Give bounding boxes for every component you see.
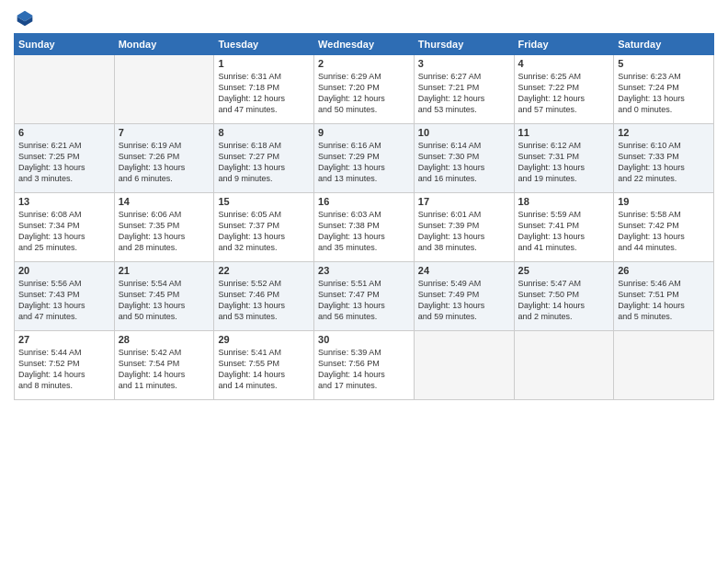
day-info: Sunrise: 5:49 AMSunset: 7:49 PMDaylight:… <box>418 278 510 323</box>
calendar-week-3: 13Sunrise: 6:08 AMSunset: 7:34 PMDayligh… <box>15 193 714 262</box>
day-number: 5 <box>618 58 710 69</box>
day-info: Sunrise: 5:59 AMSunset: 7:41 PMDaylight:… <box>518 209 610 254</box>
day-info: Sunrise: 5:41 AMSunset: 7:55 PMDaylight:… <box>218 347 310 392</box>
day-number: 4 <box>518 58 610 69</box>
calendar-cell: 24Sunrise: 5:49 AMSunset: 7:49 PMDayligh… <box>414 262 514 331</box>
day-info: Sunrise: 5:56 AMSunset: 7:43 PMDaylight:… <box>18 278 110 323</box>
day-number: 10 <box>418 127 510 138</box>
calendar-cell: 23Sunrise: 5:51 AMSunset: 7:47 PMDayligh… <box>314 262 415 331</box>
calendar-cell: 12Sunrise: 6:10 AMSunset: 7:33 PMDayligh… <box>614 124 714 193</box>
weekday-header-thursday: Thursday <box>414 34 514 55</box>
day-number: 20 <box>18 265 110 276</box>
calendar-cell: 5Sunrise: 6:23 AMSunset: 7:24 PMDaylight… <box>614 55 714 124</box>
day-info: Sunrise: 5:47 AMSunset: 7:50 PMDaylight:… <box>518 278 610 323</box>
calendar-week-4: 20Sunrise: 5:56 AMSunset: 7:43 PMDayligh… <box>15 262 714 331</box>
calendar-cell <box>614 331 714 400</box>
calendar-cell: 1Sunrise: 6:31 AMSunset: 7:18 PMDaylight… <box>214 55 314 124</box>
calendar-cell: 17Sunrise: 6:01 AMSunset: 7:39 PMDayligh… <box>414 193 514 262</box>
calendar-cell: 2Sunrise: 6:29 AMSunset: 7:20 PMDaylight… <box>314 55 415 124</box>
day-info: Sunrise: 5:54 AMSunset: 7:45 PMDaylight:… <box>119 278 210 323</box>
day-info: Sunrise: 6:08 AMSunset: 7:34 PMDaylight:… <box>18 209 110 254</box>
calendar-cell: 26Sunrise: 5:46 AMSunset: 7:51 PMDayligh… <box>614 262 714 331</box>
day-number: 19 <box>618 196 710 207</box>
calendar-cell: 10Sunrise: 6:14 AMSunset: 7:30 PMDayligh… <box>414 124 514 193</box>
day-number: 2 <box>318 58 410 69</box>
weekday-header-monday: Monday <box>114 34 214 55</box>
day-number: 18 <box>518 196 610 207</box>
calendar-cell: 11Sunrise: 6:12 AMSunset: 7:31 PMDayligh… <box>514 124 614 193</box>
calendar-cell: 15Sunrise: 6:05 AMSunset: 7:37 PMDayligh… <box>214 193 314 262</box>
day-info: Sunrise: 5:52 AMSunset: 7:46 PMDaylight:… <box>218 278 310 323</box>
day-number: 11 <box>518 127 610 138</box>
day-info: Sunrise: 6:19 AMSunset: 7:26 PMDaylight:… <box>119 140 210 185</box>
day-info: Sunrise: 6:12 AMSunset: 7:31 PMDaylight:… <box>518 140 610 185</box>
calendar-cell <box>114 55 214 124</box>
calendar-week-5: 27Sunrise: 5:44 AMSunset: 7:52 PMDayligh… <box>15 331 714 400</box>
day-number: 17 <box>418 196 510 207</box>
day-info: Sunrise: 5:39 AMSunset: 7:56 PMDaylight:… <box>318 347 410 392</box>
calendar-cell: 16Sunrise: 6:03 AMSunset: 7:38 PMDayligh… <box>314 193 415 262</box>
calendar-cell: 20Sunrise: 5:56 AMSunset: 7:43 PMDayligh… <box>15 262 115 331</box>
day-number: 29 <box>218 334 310 345</box>
day-info: Sunrise: 6:03 AMSunset: 7:38 PMDaylight:… <box>318 209 410 254</box>
day-number: 12 <box>618 127 710 138</box>
day-number: 9 <box>318 127 410 138</box>
day-info: Sunrise: 6:27 AMSunset: 7:21 PMDaylight:… <box>418 71 510 116</box>
day-info: Sunrise: 6:05 AMSunset: 7:37 PMDaylight:… <box>218 209 310 254</box>
calendar-cell: 27Sunrise: 5:44 AMSunset: 7:52 PMDayligh… <box>15 331 115 400</box>
day-info: Sunrise: 5:51 AMSunset: 7:47 PMDaylight:… <box>318 278 410 323</box>
calendar-cell: 30Sunrise: 5:39 AMSunset: 7:56 PMDayligh… <box>314 331 415 400</box>
calendar-cell <box>15 55 115 124</box>
calendar-week-1: 1Sunrise: 6:31 AMSunset: 7:18 PMDaylight… <box>15 55 714 124</box>
day-info: Sunrise: 5:42 AMSunset: 7:54 PMDaylight:… <box>119 347 210 392</box>
day-info: Sunrise: 6:16 AMSunset: 7:29 PMDaylight:… <box>318 140 410 185</box>
day-number: 23 <box>318 265 410 276</box>
weekday-header-saturday: Saturday <box>614 34 714 55</box>
day-info: Sunrise: 5:58 AMSunset: 7:42 PMDaylight:… <box>618 209 710 254</box>
calendar-cell: 22Sunrise: 5:52 AMSunset: 7:46 PMDayligh… <box>214 262 314 331</box>
day-number: 3 <box>418 58 510 69</box>
calendar-cell: 6Sunrise: 6:21 AMSunset: 7:25 PMDaylight… <box>15 124 115 193</box>
day-number: 24 <box>418 265 510 276</box>
calendar-cell: 19Sunrise: 5:58 AMSunset: 7:42 PMDayligh… <box>614 193 714 262</box>
calendar-cell: 4Sunrise: 6:25 AMSunset: 7:22 PMDaylight… <box>514 55 614 124</box>
weekday-header-tuesday: Tuesday <box>214 34 314 55</box>
day-info: Sunrise: 6:31 AMSunset: 7:18 PMDaylight:… <box>218 71 310 116</box>
day-info: Sunrise: 6:10 AMSunset: 7:33 PMDaylight:… <box>618 140 710 185</box>
day-info: Sunrise: 6:25 AMSunset: 7:22 PMDaylight:… <box>518 71 610 116</box>
logo <box>14 9 34 26</box>
calendar-cell <box>414 331 514 400</box>
weekday-header-friday: Friday <box>514 34 614 55</box>
weekday-header-row: SundayMondayTuesdayWednesdayThursdayFrid… <box>15 34 714 55</box>
calendar-cell: 28Sunrise: 5:42 AMSunset: 7:54 PMDayligh… <box>114 331 214 400</box>
weekday-header-sunday: Sunday <box>15 34 115 55</box>
day-number: 28 <box>119 334 210 345</box>
calendar-cell: 7Sunrise: 6:19 AMSunset: 7:26 PMDaylight… <box>114 124 214 193</box>
day-number: 22 <box>218 265 310 276</box>
day-number: 16 <box>318 196 410 207</box>
day-info: Sunrise: 6:18 AMSunset: 7:27 PMDaylight:… <box>218 140 310 185</box>
calendar-cell <box>514 331 614 400</box>
calendar-cell: 13Sunrise: 6:08 AMSunset: 7:34 PMDayligh… <box>15 193 115 262</box>
day-info: Sunrise: 6:06 AMSunset: 7:35 PMDaylight:… <box>119 209 210 254</box>
day-number: 7 <box>119 127 210 138</box>
day-number: 15 <box>218 196 310 207</box>
day-number: 1 <box>218 58 310 69</box>
day-number: 8 <box>218 127 310 138</box>
weekday-header-wednesday: Wednesday <box>314 34 415 55</box>
calendar-cell: 18Sunrise: 5:59 AMSunset: 7:41 PMDayligh… <box>514 193 614 262</box>
day-number: 25 <box>518 265 610 276</box>
header <box>14 9 714 26</box>
day-number: 13 <box>18 196 110 207</box>
day-number: 21 <box>119 265 210 276</box>
calendar-week-2: 6Sunrise: 6:21 AMSunset: 7:25 PMDaylight… <box>15 124 714 193</box>
calendar-cell: 25Sunrise: 5:47 AMSunset: 7:50 PMDayligh… <box>514 262 614 331</box>
calendar-cell: 29Sunrise: 5:41 AMSunset: 7:55 PMDayligh… <box>214 331 314 400</box>
calendar-cell: 21Sunrise: 5:54 AMSunset: 7:45 PMDayligh… <box>114 262 214 331</box>
page: SundayMondayTuesdayWednesdayThursdayFrid… <box>0 0 728 563</box>
day-info: Sunrise: 6:23 AMSunset: 7:24 PMDaylight:… <box>618 71 710 116</box>
day-number: 6 <box>18 127 110 138</box>
day-info: Sunrise: 5:46 AMSunset: 7:51 PMDaylight:… <box>618 278 710 323</box>
day-info: Sunrise: 6:14 AMSunset: 7:30 PMDaylight:… <box>418 140 510 185</box>
calendar-cell: 3Sunrise: 6:27 AMSunset: 7:21 PMDaylight… <box>414 55 514 124</box>
